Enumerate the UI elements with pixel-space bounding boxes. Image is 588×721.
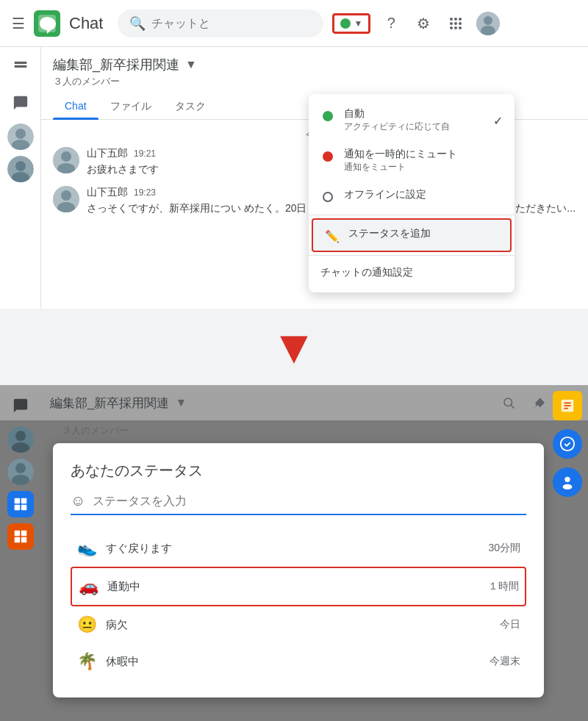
sidebar-avatar-2[interactable] xyxy=(7,156,34,182)
svg-point-3 xyxy=(454,18,457,21)
status-button[interactable]: ▼ xyxy=(332,13,370,34)
offline-status-icon xyxy=(320,190,335,204)
tab-chat[interactable]: Chat xyxy=(53,94,98,119)
bottom-sidebar-icon-rooms[interactable] xyxy=(7,491,34,517)
settings-icon[interactable]: ⚙ xyxy=(412,12,435,35)
status-dropdown-arrow: ▼ xyxy=(354,18,362,29)
message-header: 山下五郎 19:21 xyxy=(87,147,159,160)
svg-point-4 xyxy=(459,18,462,21)
dropdown-item-offline[interactable]: オフラインに設定 xyxy=(309,181,514,212)
search-input[interactable] xyxy=(151,17,312,30)
back-soon-emoji: 👟 xyxy=(76,539,97,558)
grid-icon[interactable] xyxy=(444,12,467,35)
status-option-vacation[interactable]: 🌴 休暇中 今週末 xyxy=(71,643,526,680)
right-panel xyxy=(547,385,588,503)
bottom-sidebar-avatar-1[interactable] xyxy=(7,426,34,453)
status-dialog: あなたのステータス ☺ 👟 すぐ戻ります 30分間 🚗 通勤中 １時間 😐 病欠 xyxy=(53,443,544,697)
svg-point-34 xyxy=(561,437,574,451)
svg-rect-15 xyxy=(14,65,26,68)
status-input-area[interactable]: ☺ xyxy=(71,492,526,515)
sidebar-avatar-1[interactable] xyxy=(7,123,34,150)
dropdown-sublabel-mute: 通知をミュート xyxy=(344,161,457,173)
checkmark-icon: ✓ xyxy=(493,113,503,127)
svg-point-38 xyxy=(15,431,26,441)
chat-dropdown-icon[interactable]: ▼ xyxy=(185,58,197,71)
status-option-commuting[interactable]: 🚗 通勤中 １時間 xyxy=(71,567,526,606)
dropdown-label-auto: 自動 xyxy=(344,107,450,121)
right-icon-notes[interactable] xyxy=(553,391,582,420)
status-duration-back-soon: 30分間 xyxy=(488,542,520,555)
sidebar-item-conversations[interactable] xyxy=(6,88,35,118)
arrow-section: ▼ xyxy=(0,309,588,385)
svg-point-17 xyxy=(15,129,26,139)
avatar xyxy=(53,186,79,212)
status-dialog-title: あなたのステータス xyxy=(71,461,526,481)
tab-tasks[interactable]: タスク xyxy=(163,94,218,119)
status-option-back-soon[interactable]: 👟 すぐ戻ります 30分間 xyxy=(71,530,526,567)
app-logo xyxy=(34,10,60,37)
svg-point-9 xyxy=(454,26,457,29)
dropdown-item-add-status[interactable]: ✏️ ステータスを追加 xyxy=(312,218,512,252)
help-icon[interactable]: ? xyxy=(379,12,403,35)
status-text-input[interactable] xyxy=(93,495,526,508)
vacation-emoji: 🌴 xyxy=(76,652,97,671)
search-bar[interactable]: 🔍 xyxy=(118,10,323,37)
bottom-sidebar xyxy=(0,385,41,721)
smiley-icon: ☺ xyxy=(71,492,85,509)
menu-divider-2 xyxy=(309,255,514,256)
message-time: 19:23 xyxy=(134,187,156,198)
commuting-emoji: 🚗 xyxy=(78,577,98,596)
bottom-sidebar-avatar-2[interactable] xyxy=(7,459,34,485)
svg-point-10 xyxy=(459,26,462,29)
red-status-icon xyxy=(320,149,335,164)
bottom-dropdown-arrow[interactable]: ▼ xyxy=(175,396,187,409)
svg-rect-49 xyxy=(15,537,21,543)
bottom-header: 編集部_新卒採用関連 ▼ 31 xyxy=(0,385,588,420)
bottom-section: 編集部_新卒採用関連 ▼ 31 ３人のメンバー xyxy=(0,385,588,721)
right-icon-person[interactable] xyxy=(553,467,582,497)
sidebar xyxy=(0,47,41,309)
svg-rect-44 xyxy=(21,498,27,504)
dropdown-label-offline: オフラインに設定 xyxy=(344,188,426,201)
svg-rect-50 xyxy=(21,537,27,543)
search-icon-bottom[interactable] xyxy=(497,391,520,415)
sidebar-item-chat[interactable] xyxy=(6,53,35,82)
bottom-chat-members: ３人のメンバー xyxy=(50,423,140,442)
tab-files[interactable]: ファイル xyxy=(98,94,163,119)
dropdown-item-mute[interactable]: 通知を一時的にミュート 通知をミュート xyxy=(309,140,514,181)
status-option-sick[interactable]: 😐 病欠 今日 xyxy=(71,606,526,643)
svg-point-7 xyxy=(459,22,462,25)
status-label-back-soon: すぐ戻ります xyxy=(106,542,479,556)
dropdown-item-auto[interactable]: 自動 アクティビティに応じて自 ✓ xyxy=(309,100,514,140)
dropdown-label-add-status: ステータスを追加 xyxy=(348,227,431,240)
message-content: 山下五郎 19:21 お疲れさまです xyxy=(87,147,159,177)
status-indicator xyxy=(340,18,351,29)
user-avatar[interactable] xyxy=(476,12,500,35)
dropdown-text: 自動 アクティビティに応じて自 xyxy=(344,107,450,133)
chat-members-count: ３人のメンバー xyxy=(41,73,588,94)
bottom-sidebar-icon-meets[interactable] xyxy=(7,523,34,550)
top-section: ☰ Chat 🔍 ▼ ? ⚙ xyxy=(0,0,588,309)
svg-line-29 xyxy=(511,405,514,408)
svg-point-8 xyxy=(450,26,453,29)
svg-rect-48 xyxy=(21,531,27,537)
right-icon-tasks[interactable] xyxy=(553,429,582,459)
svg-point-6 xyxy=(454,22,457,25)
svg-point-2 xyxy=(450,18,453,21)
status-options-list: 👟 すぐ戻ります 30分間 🚗 通勤中 １時間 😐 病欠 今日 🌴 休暇中 今週… xyxy=(71,530,526,680)
svg-rect-46 xyxy=(21,505,27,511)
svg-point-35 xyxy=(564,477,570,482)
svg-point-36 xyxy=(563,484,573,489)
dropdown-item-notifications[interactable]: チャットの通知設定 xyxy=(309,259,514,287)
search-icon: 🔍 xyxy=(129,15,146,32)
svg-point-12 xyxy=(484,16,492,25)
svg-point-28 xyxy=(504,398,512,406)
sidebar-chat-icon[interactable] xyxy=(6,391,35,420)
menu-icon[interactable]: ☰ xyxy=(12,15,25,32)
main-content: 編集部_新卒採用関連 ▼ ３人のメンバー Chat ファイル タスク 今日 xyxy=(0,47,588,309)
status-label-sick: 病欠 xyxy=(106,618,491,632)
bottom-members-row: ３人のメンバー xyxy=(0,420,588,440)
chat-header: 編集部_新卒採用関連 ▼ xyxy=(41,47,588,73)
message-time: 19:21 xyxy=(134,148,156,159)
sender-name: 山下五郎 xyxy=(87,186,128,199)
